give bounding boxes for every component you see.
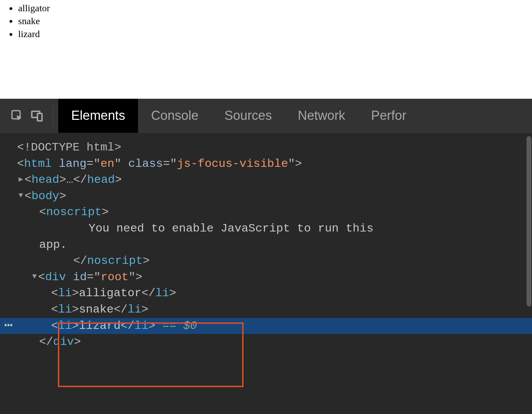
list-item: snake: [18, 15, 532, 28]
tab-elements[interactable]: Elements: [58, 99, 138, 99]
list-item: lizard: [18, 28, 532, 41]
reptile-list: alligator snake lizard: [0, 2, 532, 40]
list-item: alligator: [18, 2, 532, 15]
devtools-tabs: Elements Console Sources Network Perfor: [58, 99, 419, 99]
tab-network[interactable]: Network: [285, 99, 358, 99]
tab-console[interactable]: Console: [138, 99, 211, 99]
device-toolbar-icon[interactable]: [27, 99, 48, 99]
tab-sources[interactable]: Sources: [212, 99, 285, 99]
inspect-element-icon[interactable]: [7, 99, 27, 99]
rendered-page: alligator snake lizard: [0, 0, 532, 99]
tab-performance[interactable]: Perfor: [358, 99, 419, 99]
